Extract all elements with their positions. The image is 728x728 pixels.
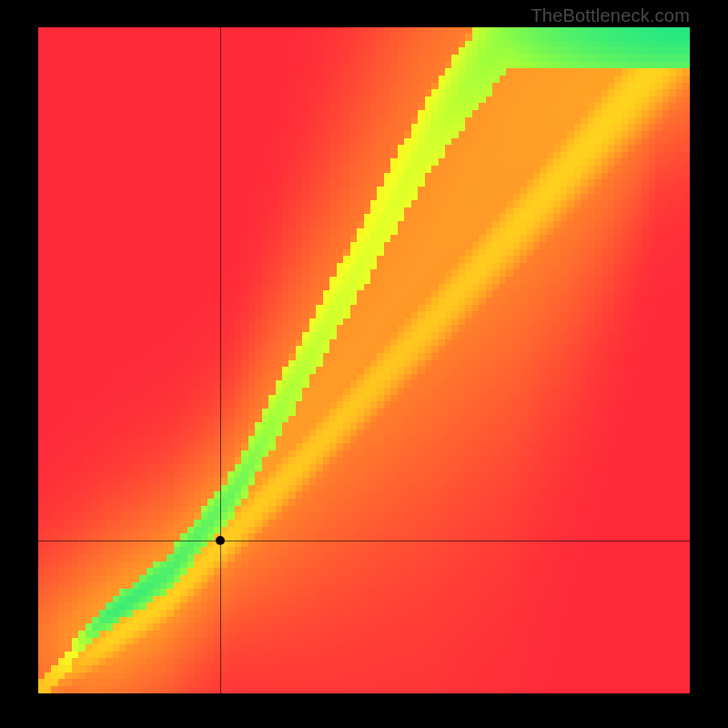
crosshair-horizontal (38, 541, 690, 541)
watermark-text: TheBottleneck.com (531, 5, 690, 26)
heatmap-canvas (38, 27, 690, 693)
crosshair-vertical (220, 27, 221, 693)
chart-frame: TheBottleneck.com (0, 0, 728, 728)
heatmap-plot (38, 27, 690, 693)
marker-dot (216, 536, 225, 545)
